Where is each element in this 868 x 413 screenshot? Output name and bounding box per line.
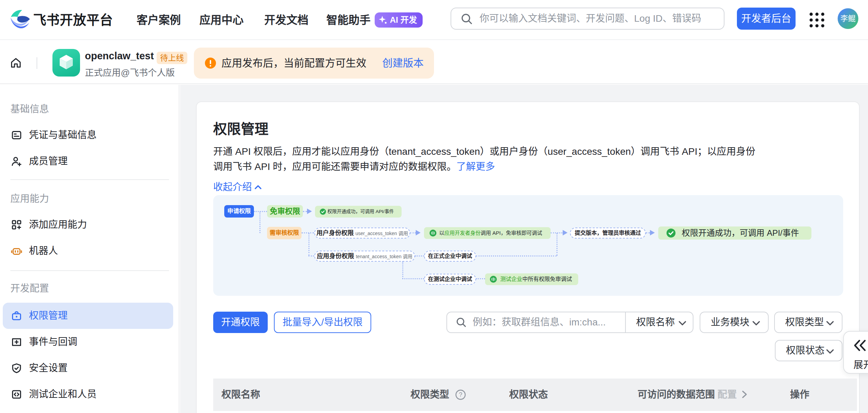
- svg-text:?: ?: [459, 391, 462, 398]
